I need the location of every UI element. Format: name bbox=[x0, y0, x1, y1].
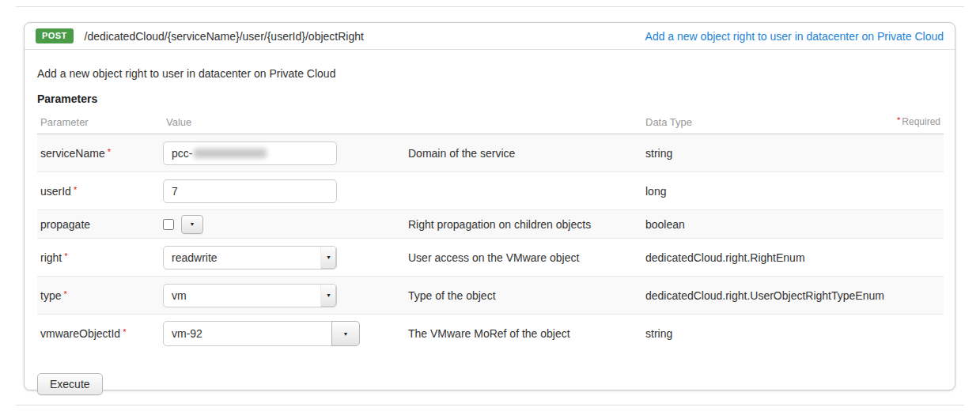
param-data-type: boolean bbox=[645, 218, 944, 231]
col-header-datatype: Data Type bbox=[645, 116, 692, 128]
api-console-page: POST /dedicatedCloud/{serviceName}/user/… bbox=[0, 0, 980, 411]
operation-summary-link[interactable]: Add a new object right to user in datace… bbox=[645, 30, 944, 43]
param-data-type: string bbox=[645, 327, 944, 340]
required-note: Required bbox=[902, 116, 940, 127]
param-name: type* bbox=[37, 289, 163, 302]
propagate-dropdown-button[interactable]: ▼ bbox=[181, 215, 203, 234]
required-asterisk-icon: * bbox=[74, 185, 77, 194]
param-row-type: type* vm ▼ Type of the object dedicatedC… bbox=[37, 277, 944, 315]
right-select[interactable]: readwrite ▼ bbox=[163, 246, 337, 270]
param-row-right: right* readwrite ▼ User access on the VM… bbox=[37, 239, 944, 277]
vmwareObjectId-input[interactable] bbox=[163, 321, 332, 346]
operation-card: POST /dedicatedCloud/{serviceName}/user/… bbox=[24, 22, 955, 390]
caret-down-icon: ▼ bbox=[326, 255, 331, 260]
serviceName-value: pcc- bbox=[172, 147, 192, 160]
operation-header[interactable]: POST /dedicatedCloud/{serviceName}/user/… bbox=[25, 23, 955, 50]
propagate-checkbox[interactable] bbox=[163, 219, 174, 230]
next-card-edge-divider bbox=[16, 405, 964, 405]
right-selected-value: readwrite bbox=[164, 251, 320, 264]
param-row-propagate: propagate ▼ Right propagation on childre… bbox=[37, 210, 944, 239]
type-select[interactable]: vm ▼ bbox=[163, 284, 337, 307]
userId-input[interactable] bbox=[163, 179, 337, 203]
param-data-type: string bbox=[645, 147, 944, 160]
param-name: userId* bbox=[37, 185, 163, 198]
operation-description: Add a new object right to user in datace… bbox=[37, 67, 942, 80]
endpoint-path: /dedicatedCloud/{serviceName}/user/{user… bbox=[85, 30, 364, 43]
col-header-required: *RequiredData Type bbox=[645, 116, 944, 128]
required-asterisk-icon: * bbox=[897, 115, 900, 125]
param-name: propagate bbox=[37, 218, 163, 231]
param-description: The VMware MoRef of the object bbox=[408, 327, 645, 340]
required-asterisk-icon: * bbox=[108, 147, 111, 156]
param-row-userId: userId* long bbox=[37, 172, 944, 210]
param-row-serviceName: serviceName* pcc- Domain of the service … bbox=[37, 134, 944, 172]
param-data-type: dedicatedCloud.right.UserObjectRightType… bbox=[645, 289, 944, 302]
col-header-value: Value bbox=[163, 116, 408, 128]
param-name: serviceName* bbox=[37, 147, 163, 160]
required-asterisk-icon: * bbox=[123, 327, 126, 337]
previous-card-edge-divider bbox=[16, 6, 964, 7]
select-caret-zone: ▼ bbox=[320, 285, 336, 307]
type-selected-value: vm bbox=[164, 289, 320, 302]
operation-body: Add a new object right to user in datace… bbox=[25, 50, 955, 395]
select-caret-zone: ▼ bbox=[320, 247, 336, 269]
caret-down-icon: ▼ bbox=[326, 292, 331, 298]
param-name: right* bbox=[37, 251, 163, 264]
required-asterisk-icon: * bbox=[64, 251, 67, 261]
redacted-text-blur bbox=[194, 149, 267, 158]
execute-button[interactable]: Execute bbox=[37, 373, 103, 395]
param-row-vmwareObjectId: vmwareObjectId* ▼ The VMware MoRef of th… bbox=[37, 315, 944, 353]
param-name: vmwareObjectId* bbox=[37, 327, 163, 340]
caret-down-icon: ▼ bbox=[190, 221, 195, 227]
col-header-parameter: Parameter bbox=[37, 116, 163, 128]
param-data-type: dedicatedCloud.right.RightEnum bbox=[645, 251, 944, 264]
required-asterisk-icon: * bbox=[63, 289, 66, 299]
param-description: Right propagation on children objects bbox=[408, 218, 645, 231]
serviceName-input[interactable]: pcc- bbox=[163, 141, 337, 165]
param-description: Domain of the service bbox=[408, 147, 645, 160]
parameters-heading: Parameters bbox=[37, 92, 942, 105]
http-method-badge: POST bbox=[36, 28, 74, 43]
parameters-table: Parameter Value *RequiredData Type servi… bbox=[37, 111, 944, 353]
vmwareObjectId-dropdown-button[interactable]: ▼ bbox=[331, 321, 360, 346]
parameters-table-header: Parameter Value *RequiredData Type bbox=[37, 111, 944, 134]
param-description: User access on the VMware object bbox=[408, 251, 645, 264]
param-description: Type of the object bbox=[408, 289, 645, 302]
caret-down-icon: ▼ bbox=[343, 331, 349, 337]
param-data-type: long bbox=[645, 185, 944, 198]
